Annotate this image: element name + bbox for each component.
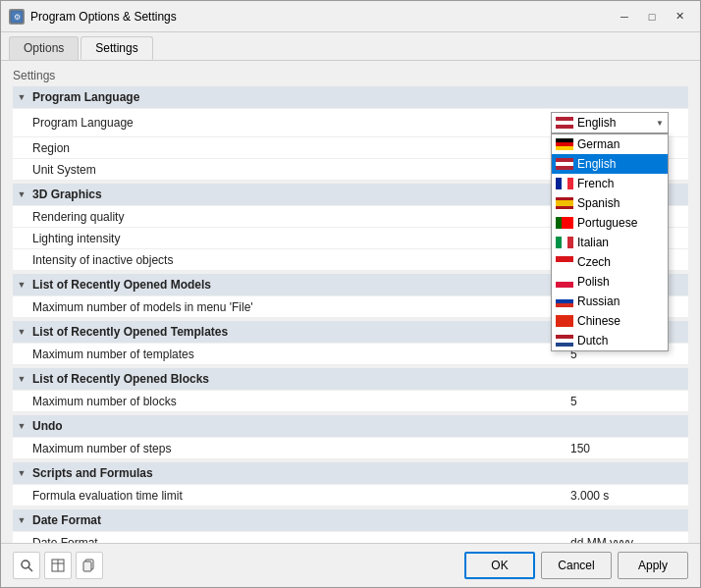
label-unit-system: Unit System (32, 163, 570, 177)
footer-icon-group (13, 552, 458, 579)
label-max-templates: Maximum number of templates (32, 347, 570, 361)
section-undo[interactable]: ▼ Undo (13, 415, 688, 437)
flag-de (556, 138, 573, 150)
label-region: Region (32, 141, 570, 155)
value-date-format: dd.MM.yyyy (570, 536, 669, 544)
lang-french-label: French (577, 177, 614, 190)
lang-spanish-label: Spanish (577, 196, 620, 210)
section-title-scripts: Scripts and Formulas (32, 466, 153, 480)
tab-settings[interactable]: Settings (81, 36, 152, 60)
section-arrow-program-language: ▼ (15, 90, 28, 104)
section-arrow-recently-models: ▼ (15, 278, 28, 292)
lang-italian[interactable]: Italian (552, 233, 668, 252)
section-arrow-scripts: ▼ (15, 466, 28, 480)
apply-button[interactable]: Apply (618, 552, 688, 579)
lang-german-label: German (577, 137, 620, 151)
flag-pl (556, 276, 573, 288)
lang-chinese[interactable]: Chinese (552, 311, 668, 331)
flag-nl (556, 335, 573, 347)
flag-ru (556, 295, 573, 307)
row-formula-time: Formula evaluation time limit 3.000 s (13, 485, 688, 507)
main-window: ⚙ Program Options & Settings ─ □ ✕ Optio… (0, 0, 701, 588)
language-dropdown-container: English ▼ German English French (551, 112, 669, 134)
section-recently-blocks[interactable]: ▼ List of Recently Opened Blocks (13, 368, 688, 390)
flag-it (556, 237, 573, 248)
footer: OK Cancel Apply (1, 543, 700, 587)
lang-spanish[interactable]: Spanish (552, 193, 668, 213)
section-title-undo: Undo (32, 419, 63, 433)
lang-dutch-label: Dutch (577, 334, 608, 347)
label-rendering-quality: Rendering quality (32, 210, 570, 224)
flag-pt (556, 217, 573, 229)
row-max-steps: Maximum number of steps 150 (13, 438, 688, 459)
section-title-recently-blocks: List of Recently Opened Blocks (32, 372, 209, 386)
copy-icon-btn[interactable] (76, 552, 103, 579)
section-title-program-language: Program Language (32, 90, 139, 104)
cancel-button[interactable]: Cancel (541, 552, 612, 579)
selected-flag-us (556, 117, 573, 129)
lang-english-label: English (577, 157, 616, 171)
section-arrow-3d-graphics: ▼ (15, 187, 28, 201)
value-formula-time: 3.000 s (570, 489, 669, 503)
window-controls: ─ □ ✕ (612, 7, 692, 27)
lang-german[interactable]: German (552, 134, 668, 154)
row-program-language: Program Language English ▼ German Englis… (13, 109, 688, 137)
label-max-steps: Maximum number of steps (32, 442, 570, 455)
settings-section-label: Settings (13, 69, 688, 82)
restore-button[interactable]: □ (639, 7, 665, 27)
svg-text:⚙: ⚙ (14, 13, 21, 22)
svg-line-3 (28, 567, 32, 571)
section-date-format[interactable]: ▼ Date Format (13, 509, 688, 531)
label-program-language: Program Language (32, 116, 551, 130)
svg-point-2 (22, 561, 29, 568)
flag-us (556, 158, 573, 170)
search-icon-btn[interactable] (13, 552, 40, 579)
label-max-blocks: Maximum number of blocks (32, 395, 570, 408)
section-title-recently-templates: List of Recently Opened Templates (32, 325, 228, 339)
lang-english[interactable]: English (552, 154, 668, 174)
lang-russian-label: Russian (577, 294, 620, 308)
lang-portuguese-label: Portuguese (577, 216, 637, 230)
label-date-format: Date Format (32, 536, 570, 544)
flag-cz (556, 256, 573, 268)
minimize-button[interactable]: ─ (612, 7, 637, 27)
section-scripts[interactable]: ▼ Scripts and Formulas (13, 462, 688, 484)
section-title-recently-models: List of Recently Opened Models (32, 278, 211, 292)
lang-czech[interactable]: Czech (552, 252, 668, 272)
lang-dutch[interactable]: Dutch (552, 331, 668, 350)
search-icon (20, 559, 33, 572)
section-program-language[interactable]: ▼ Program Language (13, 86, 688, 108)
close-button[interactable]: ✕ (667, 7, 692, 27)
table-icon (51, 559, 65, 572)
lang-polish-label: Polish (577, 275, 610, 289)
label-formula-time: Formula evaluation time limit (32, 489, 570, 503)
lang-chinese-label: Chinese (577, 314, 620, 328)
tab-options[interactable]: Options (9, 36, 79, 60)
table-icon-btn[interactable] (44, 552, 72, 579)
title-bar: ⚙ Program Options & Settings ─ □ ✕ (1, 1, 700, 32)
label-max-models: Maximum number of models in menu 'File' (32, 300, 570, 314)
language-dropdown-value: English (577, 116, 656, 130)
language-dropdown-btn[interactable]: English ▼ (551, 112, 669, 134)
lang-french[interactable]: French (552, 174, 668, 193)
row-date-format: Date Format dd.MM.yyyy (13, 532, 688, 543)
language-dropdown-list: German English French Spanish (551, 134, 669, 351)
section-arrow-undo: ▼ (15, 419, 28, 433)
lang-portuguese[interactable]: Portuguese (552, 213, 668, 233)
lang-russian[interactable]: Russian (552, 292, 668, 311)
section-title-3d-graphics: 3D Graphics (32, 187, 102, 201)
value-max-steps: 150 (570, 442, 669, 455)
ok-button[interactable]: OK (464, 552, 535, 579)
copy-icon (82, 559, 96, 572)
window-title: Program Options & Settings (30, 10, 612, 24)
section-arrow-recently-templates: ▼ (15, 325, 28, 339)
flag-es (556, 197, 573, 209)
settings-content: Settings ▼ Program Language Program Lang… (1, 61, 700, 543)
section-arrow-date-format: ▼ (15, 513, 28, 527)
dropdown-arrow-icon: ▼ (656, 119, 664, 128)
flag-fr (556, 178, 573, 189)
lang-czech-label: Czech (577, 255, 611, 269)
lang-polish[interactable]: Polish (552, 272, 668, 292)
row-max-blocks: Maximum number of blocks 5 (13, 391, 688, 412)
value-max-blocks: 5 (570, 395, 669, 408)
